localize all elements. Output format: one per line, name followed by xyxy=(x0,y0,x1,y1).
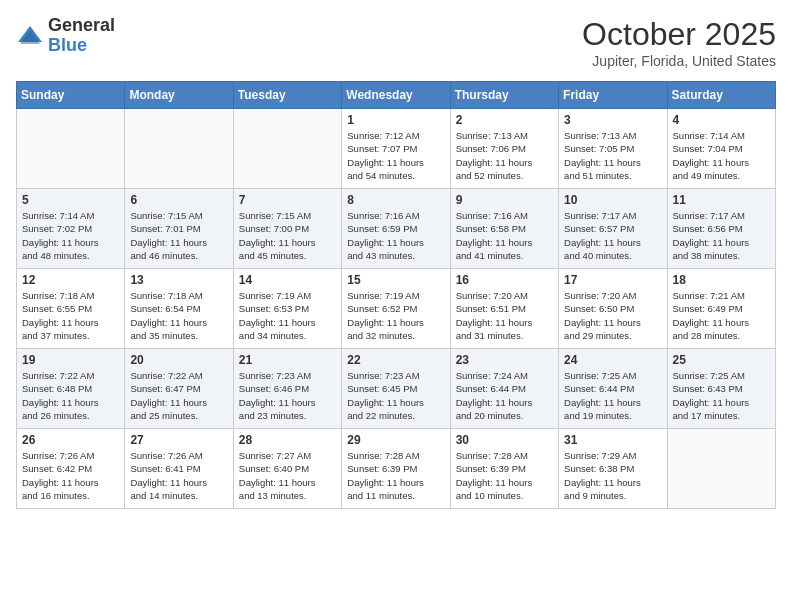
calendar-cell: 19Sunrise: 7:22 AM Sunset: 6:48 PM Dayli… xyxy=(17,349,125,429)
logo-general-text: General xyxy=(48,15,115,35)
weekday-header-sunday: Sunday xyxy=(17,82,125,109)
calendar-body: 1Sunrise: 7:12 AM Sunset: 7:07 PM Daylig… xyxy=(17,109,776,509)
weekday-header-tuesday: Tuesday xyxy=(233,82,341,109)
calendar-week-5: 26Sunrise: 7:26 AM Sunset: 6:42 PM Dayli… xyxy=(17,429,776,509)
day-info: Sunrise: 7:28 AM Sunset: 6:39 PM Dayligh… xyxy=(456,449,553,502)
day-number: 19 xyxy=(22,353,119,367)
day-number: 16 xyxy=(456,273,553,287)
calendar-cell: 5Sunrise: 7:14 AM Sunset: 7:02 PM Daylig… xyxy=(17,189,125,269)
day-number: 26 xyxy=(22,433,119,447)
weekday-header-row: SundayMondayTuesdayWednesdayThursdayFrid… xyxy=(17,82,776,109)
calendar-cell: 17Sunrise: 7:20 AM Sunset: 6:50 PM Dayli… xyxy=(559,269,667,349)
title-block: October 2025 Jupiter, Florida, United St… xyxy=(582,16,776,69)
day-info: Sunrise: 7:29 AM Sunset: 6:38 PM Dayligh… xyxy=(564,449,661,502)
calendar-cell: 6Sunrise: 7:15 AM Sunset: 7:01 PM Daylig… xyxy=(125,189,233,269)
calendar-cell: 2Sunrise: 7:13 AM Sunset: 7:06 PM Daylig… xyxy=(450,109,558,189)
day-number: 14 xyxy=(239,273,336,287)
day-number: 1 xyxy=(347,113,444,127)
logo-icon xyxy=(16,22,44,50)
day-info: Sunrise: 7:23 AM Sunset: 6:45 PM Dayligh… xyxy=(347,369,444,422)
day-info: Sunrise: 7:20 AM Sunset: 6:51 PM Dayligh… xyxy=(456,289,553,342)
day-number: 31 xyxy=(564,433,661,447)
day-number: 27 xyxy=(130,433,227,447)
day-number: 22 xyxy=(347,353,444,367)
day-info: Sunrise: 7:25 AM Sunset: 6:43 PM Dayligh… xyxy=(673,369,770,422)
calendar-cell: 27Sunrise: 7:26 AM Sunset: 6:41 PM Dayli… xyxy=(125,429,233,509)
day-info: Sunrise: 7:15 AM Sunset: 7:01 PM Dayligh… xyxy=(130,209,227,262)
calendar-cell: 23Sunrise: 7:24 AM Sunset: 6:44 PM Dayli… xyxy=(450,349,558,429)
calendar-week-4: 19Sunrise: 7:22 AM Sunset: 6:48 PM Dayli… xyxy=(17,349,776,429)
calendar-week-3: 12Sunrise: 7:18 AM Sunset: 6:55 PM Dayli… xyxy=(17,269,776,349)
calendar-week-2: 5Sunrise: 7:14 AM Sunset: 7:02 PM Daylig… xyxy=(17,189,776,269)
day-number: 12 xyxy=(22,273,119,287)
weekday-header-thursday: Thursday xyxy=(450,82,558,109)
day-info: Sunrise: 7:12 AM Sunset: 7:07 PM Dayligh… xyxy=(347,129,444,182)
day-info: Sunrise: 7:26 AM Sunset: 6:41 PM Dayligh… xyxy=(130,449,227,502)
day-info: Sunrise: 7:24 AM Sunset: 6:44 PM Dayligh… xyxy=(456,369,553,422)
day-number: 5 xyxy=(22,193,119,207)
day-info: Sunrise: 7:14 AM Sunset: 7:02 PM Dayligh… xyxy=(22,209,119,262)
day-info: Sunrise: 7:26 AM Sunset: 6:42 PM Dayligh… xyxy=(22,449,119,502)
day-number: 20 xyxy=(130,353,227,367)
day-number: 10 xyxy=(564,193,661,207)
weekday-header-monday: Monday xyxy=(125,82,233,109)
day-info: Sunrise: 7:14 AM Sunset: 7:04 PM Dayligh… xyxy=(673,129,770,182)
calendar-cell: 22Sunrise: 7:23 AM Sunset: 6:45 PM Dayli… xyxy=(342,349,450,429)
calendar-cell: 3Sunrise: 7:13 AM Sunset: 7:05 PM Daylig… xyxy=(559,109,667,189)
day-info: Sunrise: 7:18 AM Sunset: 6:54 PM Dayligh… xyxy=(130,289,227,342)
calendar-cell xyxy=(667,429,775,509)
calendar-cell xyxy=(233,109,341,189)
calendar-cell: 9Sunrise: 7:16 AM Sunset: 6:58 PM Daylig… xyxy=(450,189,558,269)
calendar-cell: 20Sunrise: 7:22 AM Sunset: 6:47 PM Dayli… xyxy=(125,349,233,429)
calendar-cell: 25Sunrise: 7:25 AM Sunset: 6:43 PM Dayli… xyxy=(667,349,775,429)
day-info: Sunrise: 7:20 AM Sunset: 6:50 PM Dayligh… xyxy=(564,289,661,342)
day-number: 6 xyxy=(130,193,227,207)
calendar-cell: 8Sunrise: 7:16 AM Sunset: 6:59 PM Daylig… xyxy=(342,189,450,269)
day-number: 17 xyxy=(564,273,661,287)
day-number: 29 xyxy=(347,433,444,447)
day-info: Sunrise: 7:21 AM Sunset: 6:49 PM Dayligh… xyxy=(673,289,770,342)
day-info: Sunrise: 7:17 AM Sunset: 6:57 PM Dayligh… xyxy=(564,209,661,262)
day-info: Sunrise: 7:17 AM Sunset: 6:56 PM Dayligh… xyxy=(673,209,770,262)
day-number: 4 xyxy=(673,113,770,127)
calendar-cell: 11Sunrise: 7:17 AM Sunset: 6:56 PM Dayli… xyxy=(667,189,775,269)
calendar-cell: 30Sunrise: 7:28 AM Sunset: 6:39 PM Dayli… xyxy=(450,429,558,509)
calendar-cell: 14Sunrise: 7:19 AM Sunset: 6:53 PM Dayli… xyxy=(233,269,341,349)
calendar-cell xyxy=(17,109,125,189)
day-info: Sunrise: 7:28 AM Sunset: 6:39 PM Dayligh… xyxy=(347,449,444,502)
calendar-cell: 4Sunrise: 7:14 AM Sunset: 7:04 PM Daylig… xyxy=(667,109,775,189)
calendar-cell: 12Sunrise: 7:18 AM Sunset: 6:55 PM Dayli… xyxy=(17,269,125,349)
day-number: 13 xyxy=(130,273,227,287)
day-info: Sunrise: 7:13 AM Sunset: 7:06 PM Dayligh… xyxy=(456,129,553,182)
calendar-cell: 1Sunrise: 7:12 AM Sunset: 7:07 PM Daylig… xyxy=(342,109,450,189)
day-number: 30 xyxy=(456,433,553,447)
day-number: 8 xyxy=(347,193,444,207)
day-info: Sunrise: 7:25 AM Sunset: 6:44 PM Dayligh… xyxy=(564,369,661,422)
calendar-cell: 26Sunrise: 7:26 AM Sunset: 6:42 PM Dayli… xyxy=(17,429,125,509)
logo: General Blue xyxy=(16,16,115,56)
calendar-cell xyxy=(125,109,233,189)
calendar-cell: 31Sunrise: 7:29 AM Sunset: 6:38 PM Dayli… xyxy=(559,429,667,509)
calendar-header: SundayMondayTuesdayWednesdayThursdayFrid… xyxy=(17,82,776,109)
day-number: 9 xyxy=(456,193,553,207)
day-info: Sunrise: 7:13 AM Sunset: 7:05 PM Dayligh… xyxy=(564,129,661,182)
day-number: 11 xyxy=(673,193,770,207)
weekday-header-wednesday: Wednesday xyxy=(342,82,450,109)
logo-blue-text: Blue xyxy=(48,35,87,55)
weekday-header-saturday: Saturday xyxy=(667,82,775,109)
day-info: Sunrise: 7:18 AM Sunset: 6:55 PM Dayligh… xyxy=(22,289,119,342)
day-number: 3 xyxy=(564,113,661,127)
day-number: 24 xyxy=(564,353,661,367)
calendar-cell: 24Sunrise: 7:25 AM Sunset: 6:44 PM Dayli… xyxy=(559,349,667,429)
day-info: Sunrise: 7:16 AM Sunset: 6:59 PM Dayligh… xyxy=(347,209,444,262)
day-info: Sunrise: 7:16 AM Sunset: 6:58 PM Dayligh… xyxy=(456,209,553,262)
day-number: 18 xyxy=(673,273,770,287)
day-info: Sunrise: 7:19 AM Sunset: 6:53 PM Dayligh… xyxy=(239,289,336,342)
day-info: Sunrise: 7:23 AM Sunset: 6:46 PM Dayligh… xyxy=(239,369,336,422)
day-number: 23 xyxy=(456,353,553,367)
day-info: Sunrise: 7:22 AM Sunset: 6:47 PM Dayligh… xyxy=(130,369,227,422)
calendar-cell: 16Sunrise: 7:20 AM Sunset: 6:51 PM Dayli… xyxy=(450,269,558,349)
calendar-cell: 15Sunrise: 7:19 AM Sunset: 6:52 PM Dayli… xyxy=(342,269,450,349)
day-number: 28 xyxy=(239,433,336,447)
calendar-cell: 7Sunrise: 7:15 AM Sunset: 7:00 PM Daylig… xyxy=(233,189,341,269)
